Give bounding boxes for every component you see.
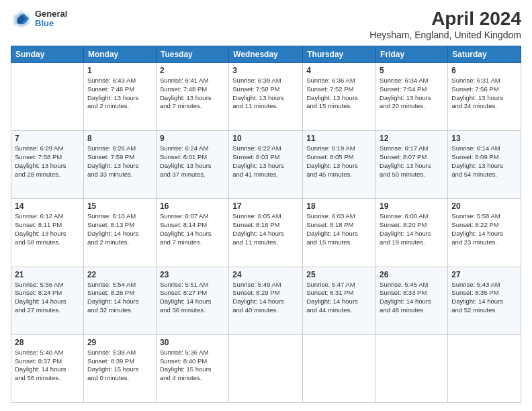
- day-number: 22: [87, 270, 152, 279]
- day-number: 10: [232, 134, 299, 143]
- day-info: Sunrise: 5:56 AM Sunset: 8:24 PM Dayligh…: [15, 281, 80, 315]
- day-info: Sunrise: 5:51 AM Sunset: 8:27 PM Dayligh…: [160, 281, 225, 315]
- calendar-cell: 14Sunrise: 6:12 AM Sunset: 8:11 PM Dayli…: [11, 199, 84, 267]
- calendar-cell: 6Sunrise: 6:31 AM Sunset: 7:56 PM Daylig…: [448, 63, 521, 131]
- title-block: April 2024 Heysham, England, United King…: [369, 8, 521, 40]
- week-row-0: 1Sunrise: 6:43 AM Sunset: 7:46 PM Daylig…: [11, 63, 521, 131]
- calendar-cell: 29Sunrise: 5:38 AM Sunset: 8:39 PM Dayli…: [83, 334, 156, 402]
- calendar-cell: [229, 334, 303, 402]
- day-number: 15: [87, 201, 152, 211]
- calendar-cell: 23Sunrise: 5:51 AM Sunset: 8:27 PM Dayli…: [156, 267, 228, 334]
- calendar-cell: 22Sunrise: 5:54 AM Sunset: 8:26 PM Dayli…: [83, 267, 156, 334]
- day-number: 23: [160, 270, 225, 279]
- column-header-friday: Friday: [376, 46, 448, 63]
- day-number: 6: [451, 66, 517, 75]
- day-number: 19: [380, 201, 444, 211]
- day-number: 1: [87, 66, 152, 75]
- day-number: 26: [380, 270, 444, 279]
- calendar-cell: 17Sunrise: 6:05 AM Sunset: 8:16 PM Dayli…: [229, 199, 303, 267]
- calendar-cell: 18Sunrise: 6:03 AM Sunset: 8:18 PM Dayli…: [303, 199, 376, 267]
- day-number: 29: [87, 338, 152, 347]
- logo: General Blue: [11, 8, 67, 30]
- day-info: Sunrise: 6:24 AM Sunset: 8:01 PM Dayligh…: [160, 144, 225, 179]
- day-info: Sunrise: 6:22 AM Sunset: 8:03 PM Dayligh…: [232, 144, 299, 179]
- week-row-4: 28Sunrise: 5:40 AM Sunset: 8:37 PM Dayli…: [11, 334, 521, 402]
- day-info: Sunrise: 6:00 AM Sunset: 8:20 PM Dayligh…: [380, 212, 444, 246]
- calendar-cell: 8Sunrise: 6:26 AM Sunset: 7:59 PM Daylig…: [83, 131, 156, 199]
- day-info: Sunrise: 6:12 AM Sunset: 8:11 PM Dayligh…: [15, 212, 80, 246]
- month-title: April 2024: [369, 8, 521, 30]
- day-info: Sunrise: 6:29 AM Sunset: 7:58 PM Dayligh…: [15, 144, 80, 179]
- page: General Blue April 2024 Heysham, England…: [0, 0, 532, 411]
- column-header-monday: Monday: [83, 46, 156, 63]
- calendar-cell: 27Sunrise: 5:43 AM Sunset: 8:35 PM Dayli…: [448, 267, 521, 334]
- calendar-cell: [376, 334, 448, 402]
- day-number: 16: [160, 201, 225, 211]
- calendar-cell: [448, 334, 521, 402]
- calendar-cell: [11, 63, 84, 131]
- calendar-cell: 7Sunrise: 6:29 AM Sunset: 7:58 PM Daylig…: [11, 131, 84, 199]
- day-info: Sunrise: 6:03 AM Sunset: 8:18 PM Dayligh…: [306, 212, 372, 246]
- calendar-cell: 19Sunrise: 6:00 AM Sunset: 8:20 PM Dayli…: [376, 199, 448, 267]
- day-number: 25: [306, 270, 372, 279]
- logo-line2: Blue: [35, 19, 67, 28]
- day-number: 2: [160, 66, 225, 75]
- logo-line1: General: [35, 9, 67, 19]
- day-number: 27: [451, 270, 517, 279]
- week-row-1: 7Sunrise: 6:29 AM Sunset: 7:58 PM Daylig…: [11, 131, 521, 199]
- calendar-cell: 10Sunrise: 6:22 AM Sunset: 8:03 PM Dayli…: [229, 131, 303, 199]
- calendar-cell: 13Sunrise: 6:14 AM Sunset: 8:09 PM Dayli…: [448, 131, 521, 199]
- day-number: 11: [306, 134, 372, 143]
- calendar-cell: 28Sunrise: 5:40 AM Sunset: 8:37 PM Dayli…: [11, 334, 84, 402]
- week-row-3: 21Sunrise: 5:56 AM Sunset: 8:24 PM Dayli…: [11, 267, 521, 334]
- day-number: 9: [160, 134, 225, 143]
- day-number: 17: [232, 201, 299, 211]
- calendar-cell: 25Sunrise: 5:47 AM Sunset: 8:31 PM Dayli…: [303, 267, 376, 334]
- header: General Blue April 2024 Heysham, England…: [11, 8, 521, 40]
- day-info: Sunrise: 6:41 AM Sunset: 7:48 PM Dayligh…: [160, 77, 225, 111]
- day-number: 18: [306, 201, 372, 211]
- day-number: 14: [15, 201, 80, 211]
- day-number: 30: [160, 338, 225, 347]
- day-info: Sunrise: 5:47 AM Sunset: 8:31 PM Dayligh…: [306, 281, 372, 315]
- day-info: Sunrise: 6:31 AM Sunset: 7:56 PM Dayligh…: [451, 77, 517, 111]
- day-info: Sunrise: 6:14 AM Sunset: 8:09 PM Dayligh…: [451, 144, 517, 179]
- day-number: 5: [380, 66, 444, 75]
- day-info: Sunrise: 6:39 AM Sunset: 7:50 PM Dayligh…: [232, 77, 299, 111]
- calendar-cell: 3Sunrise: 6:39 AM Sunset: 7:50 PM Daylig…: [229, 63, 303, 131]
- logo-icon: [11, 8, 32, 30]
- day-info: Sunrise: 5:54 AM Sunset: 8:26 PM Dayligh…: [87, 281, 152, 315]
- day-info: Sunrise: 6:36 AM Sunset: 7:52 PM Dayligh…: [306, 77, 372, 111]
- day-number: 12: [380, 134, 444, 143]
- calendar-table: SundayMondayTuesdayWednesdayThursdayFrid…: [11, 46, 521, 403]
- day-info: Sunrise: 6:05 AM Sunset: 8:16 PM Dayligh…: [232, 212, 299, 246]
- column-header-thursday: Thursday: [303, 46, 376, 63]
- day-number: 4: [306, 66, 372, 75]
- day-number: 8: [87, 134, 152, 143]
- column-header-saturday: Saturday: [448, 46, 521, 63]
- day-info: Sunrise: 5:58 AM Sunset: 8:22 PM Dayligh…: [451, 212, 517, 246]
- day-number: 13: [451, 134, 517, 143]
- calendar-cell: 16Sunrise: 6:07 AM Sunset: 8:14 PM Dayli…: [156, 199, 228, 267]
- calendar-cell: 21Sunrise: 5:56 AM Sunset: 8:24 PM Dayli…: [11, 267, 84, 334]
- day-number: 24: [232, 270, 299, 279]
- day-number: 20: [451, 201, 517, 211]
- day-info: Sunrise: 5:49 AM Sunset: 8:29 PM Dayligh…: [232, 281, 299, 315]
- week-row-2: 14Sunrise: 6:12 AM Sunset: 8:11 PM Dayli…: [11, 199, 521, 267]
- calendar-cell: 5Sunrise: 6:34 AM Sunset: 7:54 PM Daylig…: [376, 63, 448, 131]
- day-info: Sunrise: 6:10 AM Sunset: 8:13 PM Dayligh…: [87, 212, 152, 246]
- day-info: Sunrise: 6:43 AM Sunset: 7:46 PM Dayligh…: [87, 77, 152, 111]
- calendar-cell: 24Sunrise: 5:49 AM Sunset: 8:29 PM Dayli…: [229, 267, 303, 334]
- calendar-cell: 2Sunrise: 6:41 AM Sunset: 7:48 PM Daylig…: [156, 63, 228, 131]
- calendar-cell: 4Sunrise: 6:36 AM Sunset: 7:52 PM Daylig…: [303, 63, 376, 131]
- day-info: Sunrise: 6:17 AM Sunset: 8:07 PM Dayligh…: [380, 144, 444, 179]
- day-info: Sunrise: 6:26 AM Sunset: 7:59 PM Dayligh…: [87, 144, 152, 179]
- calendar-cell: [303, 334, 376, 402]
- calendar-cell: 20Sunrise: 5:58 AM Sunset: 8:22 PM Dayli…: [448, 199, 521, 267]
- column-header-wednesday: Wednesday: [229, 46, 303, 63]
- day-info: Sunrise: 6:19 AM Sunset: 8:05 PM Dayligh…: [306, 144, 372, 179]
- day-info: Sunrise: 6:07 AM Sunset: 8:14 PM Dayligh…: [160, 212, 225, 246]
- calendar-cell: 9Sunrise: 6:24 AM Sunset: 8:01 PM Daylig…: [156, 131, 228, 199]
- day-info: Sunrise: 5:43 AM Sunset: 8:35 PM Dayligh…: [451, 281, 517, 315]
- calendar-cell: 15Sunrise: 6:10 AM Sunset: 8:13 PM Dayli…: [83, 199, 156, 267]
